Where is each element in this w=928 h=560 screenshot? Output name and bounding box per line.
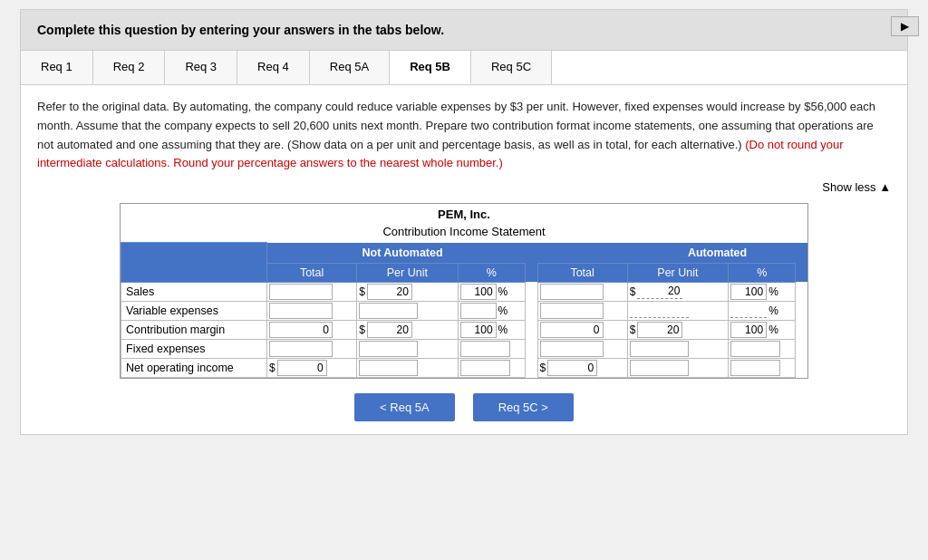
next-button[interactable]: Req 5C > (473, 393, 574, 421)
table-center: PEM, Inc. Contribution Income Statement … (37, 203, 891, 379)
auto-fixed-pct[interactable] (729, 339, 796, 358)
auto-fixed-total[interactable] (537, 339, 627, 358)
net-operating-income-label: Net operating income (121, 358, 267, 377)
not-auto-noi-perunit-input[interactable] (359, 360, 418, 376)
not-auto-cm-pct-input[interactable] (460, 322, 497, 338)
table-row: Net operating income $ (121, 358, 808, 377)
income-table: Not Automated Automated Total (121, 242, 807, 378)
auto-cm-pct[interactable]: % (729, 320, 796, 339)
not-auto-fixed-total[interactable] (267, 339, 357, 358)
auto-sales-perunit-input[interactable] (637, 284, 682, 299)
not-auto-noi-perunit[interactable] (357, 358, 458, 377)
auto-sales-total[interactable] (537, 282, 627, 301)
auto-cm-total-input[interactable] (540, 322, 604, 338)
not-auto-noi-pct[interactable] (458, 358, 525, 377)
auto-fixed-pct-input[interactable] (730, 341, 780, 357)
auto-var-pct[interactable]: % (729, 301, 796, 320)
auto-var-pct-input[interactable] (730, 303, 767, 318)
auto-var-total-input[interactable] (540, 303, 604, 319)
not-auto-cm-pct[interactable]: % (458, 320, 525, 339)
dollar-sign-5: $ (269, 362, 276, 374)
not-auto-sales-perunit-input[interactable] (367, 284, 412, 300)
dollar-sign: $ (359, 285, 365, 298)
tab-req5c[interactable]: Req 5C (471, 51, 552, 84)
not-auto-fixed-pct[interactable] (458, 339, 525, 358)
not-auto-cm-perunit-input[interactable] (367, 322, 412, 338)
not-auto-fixed-total-input[interactable] (269, 341, 333, 357)
dollar-sign-4: $ (630, 323, 636, 336)
sales-label: Sales (121, 282, 267, 301)
not-auto-sales-pct-input[interactable] (460, 284, 497, 300)
auto-sales-pct[interactable]: % (729, 282, 796, 301)
not-auto-noi-total[interactable]: $ (267, 358, 357, 377)
auto-noi-total[interactable]: $ (537, 358, 627, 377)
table-title: PEM, Inc. (121, 204, 807, 223)
auto-noi-perunit-input[interactable] (630, 360, 689, 376)
not-auto-sales-total-input[interactable] (269, 284, 333, 300)
auto-fixed-perunit[interactable] (627, 339, 728, 358)
pct-sign: % (498, 285, 508, 298)
not-auto-var-pct[interactable]: % (458, 301, 525, 320)
not-automated-header: Not Automated (267, 243, 538, 264)
header-bar: Complete this question by entering your … (21, 10, 907, 51)
tab-req1[interactable]: Req 1 (21, 51, 93, 84)
tab-req4[interactable]: Req 4 (237, 51, 310, 84)
pct-sign-3: % (498, 304, 508, 317)
not-auto-pct-header: % (458, 263, 525, 282)
auto-noi-pct-input[interactable] (730, 360, 780, 376)
not-auto-sales-total[interactable] (267, 282, 357, 301)
content-area: Refer to the original data. By automatin… (21, 85, 907, 434)
auto-var-perunit-input[interactable] (630, 303, 689, 318)
main-container: Complete this question by entering your … (20, 9, 908, 435)
not-auto-cm-perunit[interactable]: $ (357, 320, 458, 339)
auto-fixed-total-input[interactable] (540, 341, 604, 357)
tab-req5b[interactable]: Req 5B (390, 51, 471, 84)
table-row: Variable expenses (121, 301, 808, 320)
auto-sales-total-input[interactable] (540, 284, 604, 300)
not-auto-fixed-perunit-input[interactable] (359, 341, 418, 357)
not-auto-cm-total[interactable] (267, 320, 357, 339)
tab-req3[interactable]: Req 3 (165, 51, 237, 84)
pct-sign-2: % (768, 285, 778, 298)
not-auto-var-total[interactable] (267, 301, 357, 320)
table-row: Sales $ (121, 282, 808, 301)
auto-cm-perunit[interactable]: $ (627, 320, 728, 339)
not-auto-var-perunit[interactable] (357, 301, 458, 320)
auto-total-header: Total (537, 263, 627, 282)
not-auto-sales-perunit[interactable]: $ (357, 282, 458, 301)
not-auto-sales-pct[interactable]: % (458, 282, 525, 301)
top-right-button[interactable]: ▶ (891, 16, 919, 36)
dollar-sign-6: $ (540, 362, 546, 374)
not-auto-var-perunit-input[interactable] (359, 303, 418, 319)
not-auto-noi-pct-input[interactable] (460, 360, 510, 376)
auto-noi-pct[interactable] (729, 358, 796, 377)
fixed-expenses-label: Fixed expenses (121, 339, 267, 358)
not-auto-fixed-pct-input[interactable] (460, 341, 510, 357)
auto-noi-perunit[interactable] (627, 358, 728, 377)
auto-cm-total[interactable] (537, 320, 627, 339)
auto-sales-pct-input[interactable] (730, 284, 767, 300)
not-auto-var-total-input[interactable] (269, 303, 333, 319)
not-auto-noi-total-input[interactable] (277, 360, 327, 376)
auto-var-total[interactable] (537, 301, 627, 320)
table-wrapper: PEM, Inc. Contribution Income Statement … (120, 203, 808, 379)
auto-cm-pct-input[interactable] (730, 322, 767, 338)
auto-var-perunit[interactable] (627, 301, 728, 320)
auto-noi-total-input[interactable] (547, 360, 597, 376)
tabs-row: Req 1 Req 2 Req 3 Req 4 Req 5A Req 5B Re… (21, 51, 907, 85)
not-auto-var-pct-input[interactable] (460, 303, 497, 319)
tab-req2[interactable]: Req 2 (93, 51, 166, 84)
table-subtitle: Contribution Income Statement (121, 223, 807, 242)
not-auto-fixed-perunit[interactable] (357, 339, 458, 358)
prev-button[interactable]: < Req 5A (354, 393, 455, 421)
auto-sales-perunit[interactable]: $ (627, 282, 728, 301)
not-auto-cm-total-input[interactable] (269, 322, 333, 338)
tab-req5a[interactable]: Req 5A (310, 51, 390, 84)
contribution-margin-label: Contribution margin (121, 320, 267, 339)
dollar-sign-2: $ (630, 285, 636, 298)
show-less[interactable]: Show less ▲ (37, 180, 891, 194)
auto-pct-header: % (729, 263, 796, 282)
nav-buttons: < Req 5A Req 5C > (37, 393, 891, 421)
auto-fixed-perunit-input[interactable] (630, 341, 689, 357)
auto-cm-perunit-input[interactable] (637, 322, 682, 338)
